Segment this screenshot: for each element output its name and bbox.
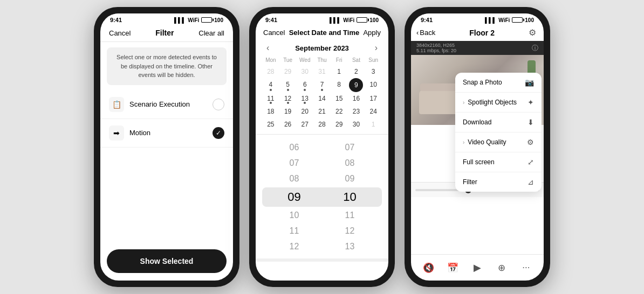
- cal-day[interactable]: 12: [279, 92, 297, 105]
- camera-resolution: 3840x2160, H265: [416, 43, 456, 48]
- battery-icon: [201, 17, 212, 23]
- filter-label: Filter: [463, 178, 477, 186]
- time-item: 06: [290, 140, 299, 156]
- cal-day[interactable]: 16: [348, 92, 365, 105]
- dow-mon: Mon: [262, 56, 279, 64]
- play-button[interactable]: ▶: [469, 259, 486, 276]
- dow-fri: Fri: [331, 56, 348, 64]
- filter-button[interactable]: ⊕: [493, 259, 510, 276]
- ctx-video-quality[interactable]: › Video Quality ⚙: [455, 132, 542, 152]
- cal-day[interactable]: 28: [262, 65, 279, 78]
- quality-label: Video Quality: [468, 138, 506, 146]
- cal-day[interactable]: 8: [331, 78, 348, 92]
- time-item: 13: [345, 239, 355, 255]
- cal-day[interactable]: 25: [262, 118, 279, 131]
- ctx-snap-photo[interactable]: Snap a Photo 📷: [455, 73, 542, 93]
- cal-day[interactable]: 22: [331, 105, 348, 118]
- filter-header: Cancel Filter Clear all: [100, 24, 233, 42]
- cal-day[interactable]: 6: [296, 78, 313, 92]
- cal-day[interactable]: 5: [279, 78, 297, 92]
- snap-label: Snap a Photo: [463, 79, 502, 86]
- next-month-button[interactable]: ›: [375, 43, 378, 53]
- time-item: 08: [290, 171, 299, 187]
- status-bar-3: 9:41 ▌▌▌ WiFi 100: [411, 13, 544, 24]
- cal-day-selected[interactable]: 9: [349, 78, 363, 92]
- settings-icon[interactable]: ⚙: [529, 27, 536, 38]
- spotlight-icon: ✦: [527, 98, 534, 107]
- cal-day[interactable]: 31: [313, 65, 331, 78]
- cal-day[interactable]: 28: [313, 118, 331, 131]
- calendar-month: September 2023: [295, 44, 349, 52]
- cal-day[interactable]: 14: [313, 92, 331, 105]
- dow-thu: Thu: [313, 56, 331, 64]
- cal-day[interactable]: 13: [296, 92, 313, 105]
- cal-day[interactable]: 7: [313, 78, 331, 92]
- signal-icon-3: ▌▌▌: [485, 17, 496, 23]
- filter-item-scenario[interactable]: 📋 Scenario Execution: [100, 90, 233, 119]
- minutes-column[interactable]: 07 08 09 10 11 12 13: [322, 140, 378, 254]
- hours-column[interactable]: 06 07 08 09 10 11 12: [266, 140, 322, 254]
- cal-day[interactable]: 18: [262, 105, 279, 118]
- ctx-spotlight[interactable]: › Spotlight Objects ✦: [455, 93, 542, 113]
- cal-day[interactable]: 10: [365, 78, 382, 92]
- scenario-toggle[interactable]: [213, 99, 224, 110]
- status-icons-1: ▌▌▌ WiFi 100: [174, 17, 223, 23]
- clear-all-button[interactable]: Clear all: [198, 29, 224, 37]
- cal-day[interactable]: 27: [296, 118, 313, 131]
- download-label: Download: [463, 118, 491, 126]
- datetime-header: Cancel Select Date and Time Apply: [256, 24, 388, 41]
- spotlight-chevron-icon: ›: [463, 100, 464, 106]
- cal-day[interactable]: 1: [365, 118, 382, 131]
- info-icon[interactable]: ⓘ: [532, 44, 538, 53]
- time-item-selected-hour[interactable]: 09: [287, 186, 300, 208]
- camera-toolbar: 🔇 📅 ▶ ⊕ ···: [411, 254, 544, 281]
- signal-icon: ▌▌▌: [174, 17, 186, 23]
- time-item: 07: [290, 156, 299, 171]
- motion-toggle[interactable]: ✓: [213, 127, 224, 139]
- cal-day[interactable]: 30: [296, 65, 313, 78]
- cal-day[interactable]: 23: [348, 105, 365, 118]
- mute-button[interactable]: 🔇: [420, 259, 437, 276]
- cal-week-5: 25 26 27 28 29 30 1: [262, 118, 382, 131]
- cal-day[interactable]: 19: [279, 105, 297, 118]
- calendar-button[interactable]: 📅: [444, 259, 462, 276]
- cal-day[interactable]: 4: [262, 78, 279, 92]
- cal-day[interactable]: 26: [279, 118, 297, 131]
- back-button[interactable]: ‹ Back: [416, 29, 435, 37]
- prev-month-button[interactable]: ‹: [266, 43, 269, 53]
- cal-day[interactable]: 29: [331, 118, 348, 131]
- show-selected-button[interactable]: Show Selected: [107, 249, 227, 273]
- datetime-cancel-button[interactable]: Cancel: [263, 29, 285, 37]
- filter-item-motion[interactable]: ➡ Motion ✓: [100, 119, 233, 148]
- time-item: 11: [290, 223, 299, 239]
- ctx-fullscreen[interactable]: Full screen ⤢: [455, 152, 542, 172]
- phone-2-screen: 9:41 ▌▌▌ WiFi 100 Cancel Select Date and…: [256, 13, 388, 281]
- ctx-filter[interactable]: Filter ⊿: [455, 172, 542, 192]
- cal-day[interactable]: 17: [365, 92, 382, 105]
- cal-day[interactable]: 30: [348, 118, 365, 131]
- dow-wed: Wed: [296, 56, 313, 64]
- cal-divider: [256, 134, 388, 135]
- cal-day[interactable]: 24: [365, 105, 382, 118]
- calendar-grid: Mon Tue Wed Thu Fri Sat Sun 28 29 30 31 …: [256, 56, 388, 131]
- cancel-button[interactable]: Cancel: [109, 29, 131, 37]
- cal-day[interactable]: 2: [348, 65, 365, 78]
- cal-day[interactable]: 20: [296, 105, 313, 118]
- cal-day[interactable]: 3: [365, 65, 382, 78]
- ctx-download[interactable]: Download ⬇: [455, 113, 542, 132]
- time-item-selected-minute[interactable]: 10: [343, 186, 356, 208]
- quality-icon: ⚙: [527, 138, 534, 146]
- cal-day[interactable]: 11: [262, 92, 279, 105]
- filter-title: Filter: [155, 29, 174, 37]
- status-icons-3: ▌▌▌ WiFi 100: [485, 17, 534, 23]
- more-button[interactable]: ···: [517, 259, 535, 276]
- cal-day[interactable]: 21: [313, 105, 331, 118]
- apply-button[interactable]: Apply: [363, 29, 381, 37]
- cal-day[interactable]: 15: [331, 92, 348, 105]
- cal-day[interactable]: 29: [279, 65, 297, 78]
- dow-sun: Sun: [365, 56, 382, 64]
- time-item: 11: [345, 208, 355, 223]
- cal-day[interactable]: 1: [331, 65, 348, 78]
- motion-label: Motion: [129, 129, 207, 137]
- time-picker[interactable]: 06 07 08 09 10 11 12 07 08 09 10 11 12 1…: [256, 138, 388, 256]
